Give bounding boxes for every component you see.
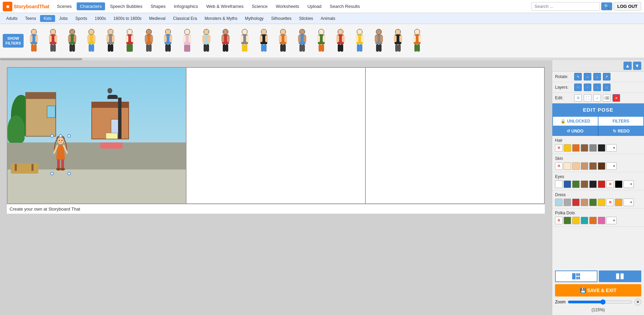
skin-color-light[interactable] <box>564 162 571 170</box>
sub-nav-1900s[interactable]: 1900s <box>91 15 110 22</box>
eyes-color-dropdown[interactable]: ▼ <box>623 180 634 188</box>
dress-color-lightblue[interactable] <box>555 199 563 206</box>
nav-worksheets[interactable]: Worksheets <box>272 2 302 10</box>
sub-nav-teens[interactable]: Teens <box>22 15 39 22</box>
edit-crop-button[interactable]: ⛶ <box>584 94 591 102</box>
search-button[interactable]: 🔍 <box>601 2 612 10</box>
sub-nav-animals[interactable]: Animals <box>317 15 339 22</box>
char-thumb-8[interactable] <box>159 27 177 54</box>
logo[interactable]: ▣ StoryboardThat <box>3 2 49 11</box>
eyes-color-green[interactable] <box>572 180 580 188</box>
dress-color-yellow[interactable] <box>598 199 605 206</box>
skin-color-medium[interactable] <box>581 162 588 170</box>
sub-nav-jobs[interactable]: Jobs <box>56 15 71 22</box>
dress-color-orange[interactable] <box>615 199 622 206</box>
nav-speech-bubbles[interactable]: Speech Bubbles <box>106 2 146 10</box>
layer-front-button[interactable]: ↑↑ <box>574 84 582 91</box>
save-exit-button[interactable]: 💾 SAVE & EXIT <box>555 284 641 297</box>
skin-color-clear[interactable]: ✕ <box>555 162 563 170</box>
zoom-slider[interactable] <box>568 299 632 305</box>
selection-handle-tm[interactable] <box>59 134 62 138</box>
char-thumb-13[interactable] <box>255 27 273 54</box>
redo-button[interactable]: ↻ REDO <box>598 126 644 136</box>
eyes-color-dark[interactable] <box>589 180 597 188</box>
polka-color-green[interactable] <box>564 217 571 224</box>
nav-web-wireframes[interactable]: Web & Wireframes <box>203 2 247 10</box>
eyes-color-black[interactable] <box>615 180 622 188</box>
edit-copy-button[interactable]: ⧉ <box>574 94 582 102</box>
char-thumb-20[interactable] <box>389 27 407 54</box>
nav-infographics[interactable]: Infographics <box>170 2 202 10</box>
unlocked-button[interactable]: 🔒 UNLOCKED <box>552 116 598 126</box>
char-thumb-12[interactable] <box>236 27 254 54</box>
polka-color-yellow[interactable] <box>572 217 580 224</box>
hair-color-dropdown[interactable]: ▼ <box>606 144 617 152</box>
char-thumb-4[interactable] <box>82 27 100 54</box>
char-thumb-3[interactable] <box>63 27 81 54</box>
sub-nav-adults[interactable]: Adults <box>3 15 21 22</box>
char-thumb-11[interactable] <box>217 27 234 54</box>
dress-color-dropdown[interactable]: ▼ <box>623 199 634 206</box>
skin-color-dark[interactable] <box>589 162 597 170</box>
nav-characters[interactable]: Characters <box>77 2 105 10</box>
canvas-panel-3[interactable] <box>366 68 544 203</box>
hair-color-orange[interactable] <box>572 144 580 152</box>
polka-color-teal[interactable] <box>581 217 588 224</box>
char-thumb-21[interactable] <box>408 27 426 54</box>
eyes-color-blue[interactable] <box>564 180 571 188</box>
eyes-color-white[interactable] <box>555 180 563 188</box>
char-thumb-16[interactable] <box>312 27 330 54</box>
char-thumb-9[interactable] <box>178 27 196 54</box>
logout-button[interactable]: LOG OUT <box>614 2 641 11</box>
char-thumb-2[interactable] <box>44 27 62 54</box>
arrow-up-button[interactable]: ▲ <box>623 62 632 70</box>
char-thumb-17[interactable] <box>332 27 349 54</box>
layer-back-button[interactable]: ↓ <box>593 84 601 91</box>
char-thumb-14[interactable] <box>274 27 292 54</box>
edit-pose-button[interactable]: EDIT POSE <box>552 103 644 116</box>
hair-color-brown[interactable] <box>581 144 588 152</box>
sub-nav-kids[interactable]: Kids <box>40 15 55 22</box>
character-in-scene[interactable] <box>52 136 69 174</box>
polka-color-orange[interactable] <box>589 217 597 224</box>
char-thumb-6[interactable] <box>121 27 139 54</box>
layer-back-all-button[interactable]: ↓↓ <box>603 84 610 91</box>
char-thumb-18[interactable] <box>351 27 369 54</box>
arrow-down-button[interactable]: ▼ <box>633 62 641 70</box>
dress-color-gray[interactable] <box>564 199 571 206</box>
skin-color-darkest[interactable] <box>598 162 605 170</box>
char-thumb-19[interactable] <box>370 27 388 54</box>
polka-color-dropdown[interactable]: ▼ <box>606 217 617 224</box>
layer-forward-button[interactable]: ↑ <box>584 84 591 91</box>
eyes-color-hazel[interactable] <box>581 180 588 188</box>
nav-science[interactable]: Science <box>248 2 271 10</box>
nav-scenes[interactable]: Scenes <box>53 2 75 10</box>
canvas-panel-2[interactable] <box>186 68 365 203</box>
nav-shapes[interactable]: Shapes <box>147 2 169 10</box>
char-thumb-7[interactable] <box>140 27 158 54</box>
nav-upload[interactable]: Upload <box>304 2 325 10</box>
layout-grid-button[interactable] <box>555 270 597 282</box>
rotate-icon-3[interactable]: ↕ <box>593 73 601 80</box>
edit-delete-button[interactable]: ✕ <box>613 94 620 102</box>
sub-nav-monsters-myths[interactable]: Monsters & Myths <box>201 15 241 22</box>
edit-resize-button[interactable]: ⤢ <box>593 94 601 102</box>
sub-nav-stickies[interactable]: Stickies <box>296 15 317 22</box>
canvas-panel-1[interactable] <box>8 68 186 203</box>
layout-single-button[interactable] <box>599 270 641 282</box>
rotate-icon-2[interactable]: ↔ <box>584 73 591 80</box>
dress-color-x[interactable]: ✕ <box>606 199 614 206</box>
hair-color-gray[interactable] <box>589 144 597 152</box>
hair-color-yellow[interactable] <box>564 144 571 152</box>
eyes-color-x[interactable]: ✕ <box>606 180 614 188</box>
hair-color-clear[interactable]: ✕ <box>555 144 563 152</box>
polka-color-clear[interactable]: ✕ <box>555 217 563 224</box>
sub-nav-classical-era[interactable]: Classical Era <box>170 15 201 22</box>
dress-color-red[interactable] <box>572 199 580 206</box>
char-thumb-10[interactable] <box>197 27 215 54</box>
dress-color-green[interactable] <box>589 199 597 206</box>
edit-eraser-button[interactable]: ⌫ <box>603 94 610 102</box>
char-thumb-15[interactable] <box>293 27 311 54</box>
nav-search-results[interactable]: Search Results <box>326 2 363 10</box>
hair-color-black[interactable] <box>598 144 605 152</box>
